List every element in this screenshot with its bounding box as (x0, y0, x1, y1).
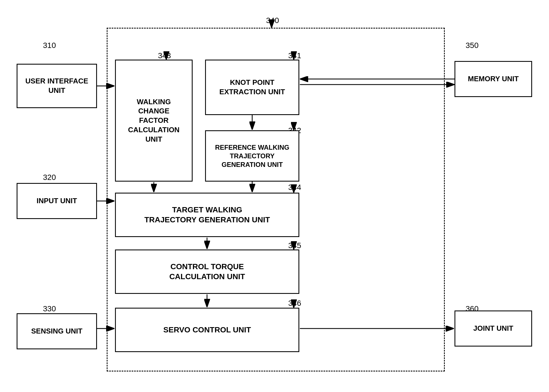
memory-unit-label: MEMORY UNIT (468, 74, 519, 84)
label-350: 350 (466, 41, 479, 50)
user-interface-unit-box: USER INTERFACE UNIT (17, 64, 97, 108)
reference-walking-label: REFERENCE WALKING TRAJECTORY GENERATION … (215, 143, 289, 169)
label-340: 340 (266, 16, 279, 25)
input-unit-label: INPUT UNIT (37, 196, 77, 206)
control-torque-box: CONTROL TORQUE CALCULATION UNIT (115, 250, 299, 294)
memory-unit-box: MEMORY UNIT (454, 61, 532, 97)
label-320: 320 (43, 173, 56, 182)
target-walking-label: TARGET WALKING TRAJECTORY GENERATION UNI… (144, 205, 270, 225)
target-walking-box: TARGET WALKING TRAJECTORY GENERATION UNI… (115, 193, 299, 237)
walking-change-factor-box: WALKING CHANGE FACTOR CALCULATION UNIT (115, 60, 193, 182)
control-torque-label: CONTROL TORQUE CALCULATION UNIT (169, 262, 245, 282)
knot-point-label: KNOT POINT EXTRACTION UNIT (219, 78, 285, 97)
user-interface-label: USER INTERFACE UNIT (17, 77, 96, 95)
sensing-unit-box: SENSING UNIT (17, 313, 97, 349)
knot-point-extraction-box: KNOT POINT EXTRACTION UNIT (205, 60, 299, 115)
sensing-unit-label: SENSING UNIT (31, 327, 83, 336)
servo-control-label: SERVO CONTROL UNIT (163, 325, 251, 335)
input-unit-box: INPUT UNIT (17, 183, 97, 219)
label-310: 310 (43, 41, 56, 50)
walking-change-label: WALKING CHANGE FACTOR CALCULATION UNIT (128, 97, 180, 144)
label-330: 330 (43, 304, 56, 313)
servo-control-box: SERVO CONTROL UNIT (115, 308, 299, 352)
joint-unit-label: JOINT UNIT (473, 324, 513, 333)
reference-walking-box: REFERENCE WALKING TRAJECTORY GENERATION … (205, 130, 299, 182)
joint-unit-box: JOINT UNIT (454, 310, 532, 347)
diagram: 340 310 320 330 350 360 343 341 342 344 … (0, 0, 549, 392)
